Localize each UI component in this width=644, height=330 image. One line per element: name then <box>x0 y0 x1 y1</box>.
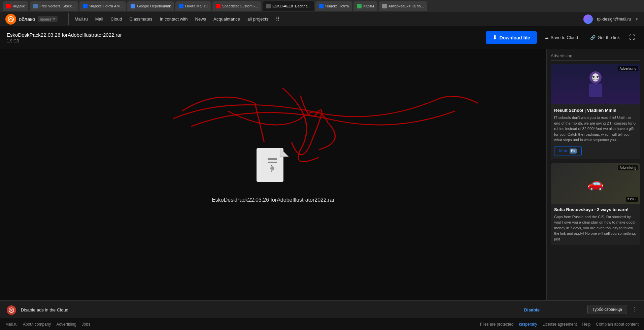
svg-point-8 <box>592 76 595 78</box>
tab-label: Почта Mail.ru <box>185 4 208 8</box>
maps-favicon <box>357 4 362 8</box>
footer-files-protected: Files are protected <box>480 322 513 327</box>
nav-bar: облако проект ✏ Mail.ru Mail Cloud Class… <box>0 12 644 26</box>
user-email[interactable]: rpl-design@mail.ru <box>597 17 631 22</box>
footer-right: Files are protected kaspersky License ag… <box>480 322 639 327</box>
footer-about[interactable]: About company <box>23 322 51 327</box>
footer-left: Mail.ru About company Advertising Jobs <box>5 322 90 327</box>
ad2-image: 🚗 Advertising 5 КМ ↑ <box>551 163 640 204</box>
nav-right: rpl-design@mail.ru ▼ <box>583 14 639 24</box>
tab-label: Speedtest Custom -... <box>222 4 258 8</box>
car-icon: 🚗 <box>587 175 604 191</box>
svg-rect-3 <box>268 162 277 163</box>
tab-auth[interactable]: Авторизация на по... <box>379 1 427 11</box>
avatar[interactable] <box>583 14 593 24</box>
filesize: 1.9 GB <box>7 39 480 43</box>
tab-label: ESKO-AE18_Бесплa... <box>272 4 311 8</box>
tab-label: Яндекс Почта <box>325 4 349 8</box>
footer-jobs[interactable]: Jobs <box>82 322 90 327</box>
ad1-content: Result School | Vladilen Minin IT school… <box>551 104 640 159</box>
ad1-image: Advertising <box>551 64 640 104</box>
file-icon-container: EskoDeskPack22.03.26 forAdobeIllustrator… <box>212 146 335 203</box>
more-options-button[interactable]: ⋮ <box>630 304 639 315</box>
footer: Mail.ru About company Advertising Jobs F… <box>0 318 644 330</box>
nav-all-projects[interactable]: all projects <box>244 14 272 24</box>
tab-mail-am[interactable]: Яндекс Почта AM... <box>79 1 126 11</box>
logo[interactable]: облако проект ✏ <box>5 14 58 25</box>
ads-sidebar: Advertising Advertising R <box>546 49 644 300</box>
no-ads-icon <box>7 305 16 315</box>
nav-links: Mail.ru Mail Cloud Classmates In contact… <box>71 14 583 24</box>
tab-yandex-mail[interactable]: Яндекс Почта <box>315 1 352 11</box>
nav-acquaintance[interactable]: Acquaintance <box>210 14 243 24</box>
file-header: EskoDeskPack22.03.26 forAdobeIllustrator… <box>0 26 644 49</box>
ad2-title: Sofia Rostovskaya - 2 ways to earn! <box>554 207 637 212</box>
main-layout: EskoDeskPack22.03.26 forAdobeIllustrator… <box>0 49 644 300</box>
ad1-label: Advertising <box>618 66 638 71</box>
svg-point-9 <box>597 76 599 78</box>
ads-title: Advertising <box>551 53 640 61</box>
grid-apps-icon[interactable]: ⠿ <box>272 14 283 24</box>
file-info: EskoDeskPack22.03.26 forAdobeIllustrator… <box>7 32 480 43</box>
preview-area: EskoDeskPack22.03.26 forAdobeIllustrator… <box>0 49 546 300</box>
turbo-button[interactable]: Турбо-страница <box>587 305 627 314</box>
tab-label: Free Vectors, Stock... <box>39 4 75 8</box>
save-to-cloud-button[interactable]: ☁ Save to Cloud <box>540 32 583 43</box>
browser-tabs: Яндекс Free Vectors, Stock... Яндекс Поч… <box>0 0 644 12</box>
ad-card-2: 🚗 Advertising 5 КМ ↑ Sofia Rostovskaya -… <box>551 163 640 245</box>
tab-label: Яндекс <box>12 4 25 8</box>
mail-am-favicon <box>83 4 88 8</box>
fullscreen-button[interactable]: ⛶ <box>627 32 637 43</box>
km-badge: 5 КМ ↑ <box>626 197 638 202</box>
svg-rect-2 <box>268 158 277 160</box>
nav-divider <box>68 13 69 25</box>
footer-advertising[interactable]: Advertising <box>56 322 76 327</box>
download-button[interactable]: ⬇ Download file <box>486 31 537 44</box>
ad1-title: Result School | Vladilen Minin <box>554 108 637 113</box>
yandex-mail-favicon <box>319 4 324 8</box>
download-icon: ⬇ <box>493 34 497 41</box>
header-actions: ⬇ Download file ☁ Save to Cloud 🔗 Get th… <box>486 31 637 44</box>
vk-badge: ВК <box>570 148 577 154</box>
pochta-favicon <box>179 4 183 8</box>
tab-google-translate[interactable]: Google Переводчик <box>127 1 174 11</box>
nav-news[interactable]: News <box>192 14 210 24</box>
anonymous-icon <box>585 71 606 98</box>
ad1-desc: IT schools don't want you to read this! … <box>554 115 637 143</box>
logo-text: облако <box>19 16 35 22</box>
footer-help[interactable]: Help <box>582 322 591 327</box>
footer-license[interactable]: License agreement <box>542 322 577 327</box>
tab-pochta[interactable]: Почта Mail.ru <box>175 1 211 11</box>
ad-bar-actions: Турбо-страница ⋮ <box>587 304 639 315</box>
nav-classmates[interactable]: Classmates <box>126 14 156 24</box>
nav-mail[interactable]: Mail <box>92 14 107 24</box>
svg-rect-1 <box>257 148 283 182</box>
tab-label: Google Переводчик <box>137 4 171 8</box>
nav-in-contact[interactable]: In contact with <box>156 14 191 24</box>
auth-favicon <box>382 4 387 8</box>
esko-favicon <box>266 4 271 8</box>
tab-label: Авторизация на по... <box>388 4 424 8</box>
ad1-more-button[interactable]: More ВК <box>554 146 582 156</box>
get-link-button[interactable]: 🔗 Get the link <box>585 32 624 43</box>
ad2-desc: Guys from Russia and the CIS, I'm shocke… <box>554 214 637 242</box>
nav-cloud[interactable]: Cloud <box>107 14 126 24</box>
footer-complain[interactable]: Complain about content <box>596 322 639 327</box>
speedtest-favicon <box>216 4 221 8</box>
link-icon: 🔗 <box>590 35 596 40</box>
vectors-favicon <box>33 4 38 8</box>
cloud-save-icon: ☁ <box>544 35 549 40</box>
nav-mail-ru[interactable]: Mail.ru <box>71 14 91 24</box>
disable-ads-button[interactable]: Disable <box>524 307 540 312</box>
disable-ads-bar: Disable ads in the Cloud Disable <box>0 302 546 318</box>
tab-yandex[interactable]: Яндекс <box>3 1 28 11</box>
footer-mail-ru[interactable]: Mail.ru <box>5 322 18 327</box>
footer-kaspersky[interactable]: kaspersky <box>519 322 537 327</box>
tab-maps[interactable]: Карты <box>353 1 377 11</box>
tab-esko[interactable]: ESKO-AE18_Бесплa... <box>263 1 314 11</box>
tab-speedtest[interactable]: Speedtest Custom -... <box>212 1 261 11</box>
dropdown-arrow[interactable]: ▼ <box>635 17 639 21</box>
tab-vectors[interactable]: Free Vectors, Stock... <box>30 1 78 11</box>
google-favicon <box>131 4 135 8</box>
ad2-label: Advertising <box>618 165 638 170</box>
